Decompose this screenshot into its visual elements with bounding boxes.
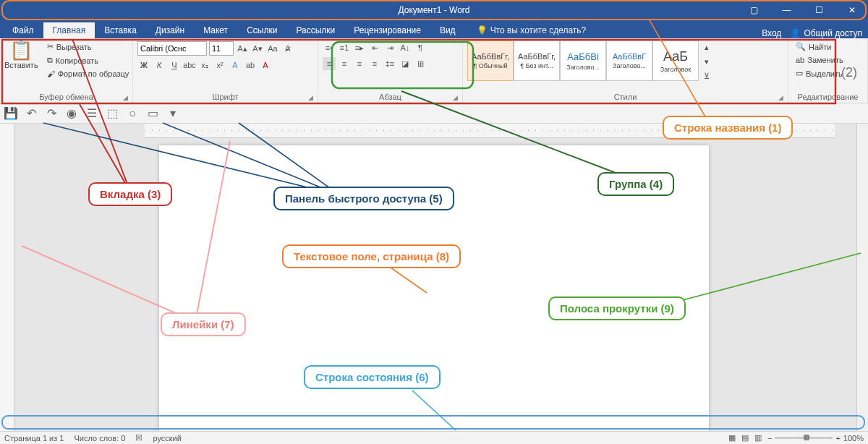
change-case-icon[interactable]: Aa: [266, 42, 279, 55]
view-print-icon[interactable]: ▤: [741, 433, 749, 443]
paste-icon[interactable]: 📋: [9, 40, 33, 59]
callout-status: Строка состояния (6): [304, 365, 441, 389]
ribbon: 📋 Вставить ✂Вырезать ⧉Копировать 🖌Формат…: [0, 38, 868, 103]
view-web-icon[interactable]: ▥: [754, 433, 762, 443]
language-indicator[interactable]: русский: [153, 434, 181, 443]
outdent-icon[interactable]: ⇤: [368, 41, 381, 54]
bullets-icon[interactable]: ≡•: [323, 41, 336, 54]
qat-icon[interactable]: ◉: [65, 107, 78, 120]
callout-ribbon-num: (2): [841, 65, 857, 80]
zoom-out-icon[interactable]: −: [767, 434, 772, 443]
undo-icon[interactable]: ↶: [25, 107, 38, 120]
highlight-icon[interactable]: ab: [244, 59, 257, 72]
share-button[interactable]: 👤Общий доступ: [790, 28, 862, 38]
replace-icon: ab: [796, 56, 804, 64]
pilcrow-icon[interactable]: ¶: [414, 41, 427, 54]
styles-more-icon[interactable]: ⊻: [700, 69, 713, 82]
qat-icon[interactable]: ⬚: [106, 107, 119, 120]
grow-font-icon[interactable]: A▴: [236, 42, 249, 55]
tab-view[interactable]: Вид: [430, 22, 465, 38]
bold-icon[interactable]: Ж: [137, 59, 150, 72]
dialog-launcher-icon[interactable]: ◢: [123, 94, 128, 101]
qat-icon[interactable]: ○: [126, 107, 139, 120]
tab-home[interactable]: Главная: [43, 22, 95, 38]
style-normal[interactable]: АаБбВвГг,¶ Обычный: [467, 40, 514, 81]
shading-icon[interactable]: ◪: [399, 57, 412, 70]
borders-icon[interactable]: ⊞: [414, 57, 427, 70]
line-spacing-icon[interactable]: ‡≡: [383, 57, 396, 70]
tab-file[interactable]: Файл: [3, 22, 43, 38]
group-paragraph: ≡• ≡1 ≡▸ ⇤ ⇥ A↓ ¶ ≡ ≡ ≡ ≡ ‡≡ ◪ ⊞ Абзац◢: [318, 38, 463, 103]
copy-icon: ⧉: [47, 56, 53, 65]
text-effects-icon[interactable]: A: [229, 59, 242, 72]
paste-button[interactable]: Вставить: [4, 61, 38, 69]
justify-icon[interactable]: ≡: [368, 57, 381, 70]
tell-me-search[interactable]: 💡Что вы хотите сделать?: [469, 22, 594, 38]
align-center-icon[interactable]: ≡: [338, 57, 351, 70]
sort-icon[interactable]: A↓: [399, 41, 412, 54]
subscript-icon[interactable]: x₂: [198, 59, 211, 72]
strike-icon[interactable]: abc: [183, 59, 196, 72]
close-icon[interactable]: ✕: [835, 0, 868, 20]
page-indicator[interactable]: Страница 1 из 1: [4, 434, 64, 443]
group-clipboard: 📋 Вставить ✂Вырезать ⧉Копировать 🖌Формат…: [0, 38, 133, 103]
dialog-launcher-icon[interactable]: ◢: [308, 94, 313, 101]
indent-icon[interactable]: ⇥: [383, 41, 396, 54]
share-icon: 👤: [790, 28, 801, 38]
callout-scroll: Полоса прокрутки (9): [548, 296, 686, 320]
redo-icon[interactable]: ↷: [45, 107, 58, 120]
align-left-icon[interactable]: ≡: [323, 57, 336, 70]
minimize-icon[interactable]: —: [770, 0, 803, 20]
maximize-icon[interactable]: ☐: [803, 0, 835, 20]
qat-icon[interactable]: ☰: [85, 107, 98, 120]
style-title[interactable]: АаБЗаголовок: [652, 40, 699, 81]
zoom-in-icon[interactable]: +: [835, 434, 840, 443]
cut-button[interactable]: ✂Вырезать: [44, 40, 132, 53]
ribbon-display-icon[interactable]: ▢: [738, 0, 770, 20]
numbering-icon[interactable]: ≡1: [338, 41, 351, 54]
view-read-icon[interactable]: ▦: [728, 433, 736, 443]
proofing-icon[interactable]: ☒: [135, 433, 142, 443]
vertical-scrollbar[interactable]: [856, 124, 868, 431]
multilevel-icon[interactable]: ≡▸: [353, 41, 366, 54]
italic-icon[interactable]: К: [153, 59, 166, 72]
font-size-input[interactable]: [209, 41, 234, 56]
window-title: Документ1 - Word: [398, 5, 469, 15]
tab-insert[interactable]: Вставка: [95, 22, 146, 38]
search-icon: 🔍: [796, 42, 806, 51]
superscript-icon[interactable]: x²: [213, 59, 226, 72]
group-styles: АаБбВвГг,¶ Обычный АаБбВвГг,¶ Без инт...…: [463, 38, 788, 103]
status-bar: Страница 1 из 1 Число слов: 0 ☒ русский …: [0, 431, 868, 444]
dialog-launcher-icon[interactable]: ◢: [778, 94, 783, 101]
signin-link[interactable]: Вход: [762, 28, 781, 38]
save-icon[interactable]: 💾: [4, 107, 17, 120]
tab-review[interactable]: Рецензирование: [344, 22, 430, 38]
styles-down-icon[interactable]: ▾: [700, 55, 713, 68]
styles-up-icon[interactable]: ▴: [700, 40, 713, 54]
font-name-input[interactable]: [137, 41, 207, 56]
style-nospacing[interactable]: АаБбВвГг,¶ Без инт...: [514, 40, 560, 81]
clear-format-icon[interactable]: A̷: [281, 42, 294, 55]
zoom-level[interactable]: 100%: [843, 434, 864, 443]
qat-icon[interactable]: ▭: [146, 107, 159, 120]
tab-layout[interactable]: Макет: [194, 22, 237, 38]
underline-icon[interactable]: Ч: [168, 59, 181, 72]
qat-more-icon[interactable]: ▾: [166, 107, 179, 120]
zoom-slider[interactable]: [775, 437, 833, 439]
replace-button[interactable]: abЗаменить: [793, 54, 846, 66]
tab-mailings[interactable]: Рассылки: [286, 22, 344, 38]
tab-design[interactable]: Дизайн: [146, 22, 194, 38]
format-painter-button[interactable]: 🖌Формат по образцу: [44, 68, 132, 80]
find-button[interactable]: 🔍Найти: [793, 40, 846, 53]
style-heading1[interactable]: АаБбВіЗаголово...: [560, 40, 606, 81]
select-button[interactable]: ▭Выделить: [793, 67, 846, 80]
dialog-launcher-icon[interactable]: ◢: [453, 94, 458, 101]
ribbon-tabs: Файл Главная Вставка Дизайн Макет Ссылки…: [0, 20, 868, 38]
copy-button[interactable]: ⧉Копировать: [44, 54, 132, 67]
font-color-icon[interactable]: A: [259, 59, 272, 72]
style-heading2[interactable]: АаБбВвГЗаголово...: [606, 40, 652, 81]
align-right-icon[interactable]: ≡: [353, 57, 366, 70]
word-count[interactable]: Число слов: 0: [74, 434, 125, 443]
shrink-font-icon[interactable]: A▾: [251, 42, 264, 55]
tab-references[interactable]: Ссылки: [237, 22, 286, 38]
